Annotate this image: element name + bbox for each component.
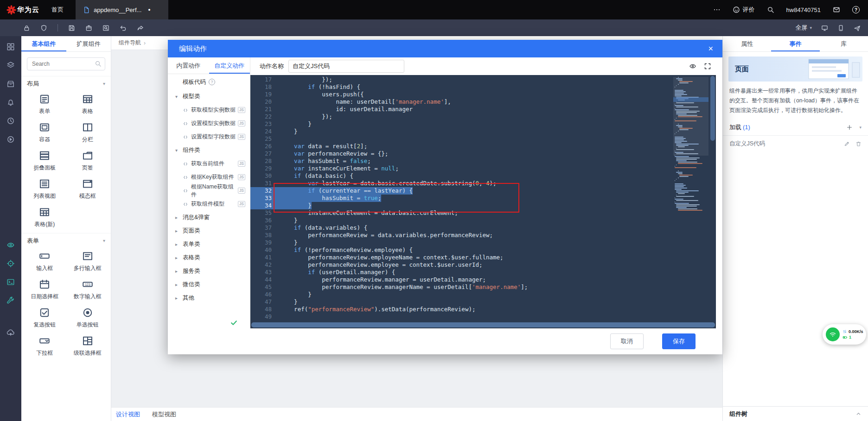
tree-action-item[interactable]: 根据Name获取组件JS: [168, 184, 250, 197]
tab-builtin-actions[interactable]: 内置动作: [168, 57, 209, 74]
nav-home[interactable]: 首页: [51, 6, 64, 14]
tree-action-item[interactable]: 获取当前组件JS: [168, 157, 250, 170]
tab-属性[interactable]: 属性: [723, 36, 771, 51]
tree-group[interactable]: ▾组件类: [168, 144, 250, 157]
tree-action-item[interactable]: 获取组件模型JS: [168, 197, 250, 211]
delete-icon[interactable]: [855, 141, 862, 147]
js-badge: JS: [238, 107, 245, 113]
tab-extended-components[interactable]: 扩展组件: [66, 36, 111, 51]
debug-icon[interactable]: [6, 135, 15, 144]
event-handler-row[interactable]: 自定义JS代码: [723, 136, 868, 151]
close-icon[interactable]: ×: [708, 44, 713, 53]
view-tab[interactable]: 模型视图: [152, 410, 176, 419]
undo-icon[interactable]: [120, 25, 127, 31]
section-header[interactable]: 表单▾: [21, 233, 111, 248]
component-item[interactable]: 级联选择框: [66, 333, 109, 357]
component-item[interactable]: 多行输入框: [66, 249, 109, 272]
help-icon[interactable]: ?: [852, 6, 860, 13]
section-header[interactable]: 布局▾: [21, 76, 111, 91]
mail-icon[interactable]: [833, 6, 840, 13]
tab-custom-actions[interactable]: 自定义动作: [209, 57, 250, 74]
tree-group[interactable]: ▾模型类: [168, 90, 250, 103]
search-input[interactable]: [27, 57, 105, 70]
add-event-icon[interactable]: [846, 124, 853, 131]
save-button[interactable]: 保存: [662, 333, 696, 349]
component-item[interactable]: 容器: [23, 120, 66, 144]
component-item[interactable]: 复选按钮: [23, 305, 66, 329]
component-item[interactable]: 123数字输入框: [66, 277, 109, 301]
view-tab[interactable]: 设计视图: [116, 410, 140, 419]
component-item[interactable]: 日期选择框: [23, 277, 66, 301]
history-icon[interactable]: [6, 117, 15, 125]
cloud-upload-icon[interactable]: [6, 328, 15, 336]
question-icon[interactable]: ?: [209, 79, 215, 85]
component-sections: 布局▾表单表格容器分栏折叠面板页签列表视图模态框表格(新)表单▾输入框多行输入框…: [21, 76, 111, 362]
code-line-48: 48 ref("performanceReview").setData(perf…: [250, 306, 671, 313]
tree-group[interactable]: ▸服务类: [168, 264, 250, 278]
vertical-scrollbar[interactable]: [710, 76, 715, 141]
tree-action-item[interactable]: 根据Key获取组件JS: [168, 170, 250, 184]
notification-icon[interactable]: [6, 98, 15, 107]
save-icon[interactable]: [68, 25, 75, 31]
component-item[interactable]: 折叠面板: [23, 148, 66, 172]
protect-icon[interactable]: [40, 25, 47, 31]
layers-icon[interactable]: [6, 61, 15, 69]
tree-action-item[interactable]: 设置模型字段数据JS: [168, 130, 250, 144]
desktop-view-icon[interactable]: [821, 25, 828, 31]
component-item[interactable]: 单选按钮: [66, 305, 109, 329]
forward-icon[interactable]: [137, 25, 144, 31]
cancel-button[interactable]: 取消: [610, 333, 644, 349]
breadcrumb-item[interactable]: 组件导航: [119, 39, 141, 47]
tree-group[interactable]: ▸表格类: [168, 251, 250, 264]
tree-group[interactable]: ▸其他: [168, 291, 250, 305]
editor-minimap[interactable]: [673, 77, 708, 320]
console-icon[interactable]: [6, 278, 15, 286]
fullscreen-dropdown[interactable]: 全屏 ▾: [795, 24, 812, 32]
edit-icon[interactable]: [844, 141, 850, 147]
code-editor[interactable]: 17 });18 if (!hasFind) {19 users.push({2…: [250, 75, 716, 328]
document-tab[interactable]: appdemo__Perf... ●: [76, 0, 168, 19]
components-icon[interactable]: [6, 43, 15, 51]
tree-group[interactable]: ▸页面类: [168, 224, 250, 238]
search-icon[interactable]: [767, 6, 774, 13]
fullscreen-expand-icon[interactable]: [704, 63, 711, 70]
tab-basic-components[interactable]: 基本组件: [21, 36, 66, 51]
preview-eye-icon[interactable]: [6, 241, 15, 249]
package-icon[interactable]: [85, 25, 92, 31]
component-item[interactable]: 输入框: [23, 249, 66, 272]
tab-事件[interactable]: 事件: [771, 36, 819, 51]
network-status-widget[interactable]: 0.00K/s 1: [823, 324, 866, 345]
action-name-input[interactable]: [288, 60, 404, 73]
component-item[interactable]: 表单: [23, 92, 66, 115]
chevron-down-icon[interactable]: ▾: [859, 125, 862, 130]
event-group-onload[interactable]: 加载 (1) ▾: [723, 119, 868, 136]
component-tree-bar[interactable]: 组件树: [723, 406, 868, 421]
tab-库[interactable]: 库: [820, 36, 868, 51]
editor-preview-icon[interactable]: [689, 63, 696, 70]
mobile-view-icon[interactable]: [837, 25, 844, 31]
component-item[interactable]: 表格: [66, 92, 109, 115]
tree-group[interactable]: ▸消息&弹窗: [168, 211, 250, 224]
zoom-preview-icon[interactable]: [102, 25, 109, 31]
horizontal-scrollbar[interactable]: [251, 322, 715, 327]
username[interactable]: hw84740751: [786, 6, 821, 13]
chevron-up-icon[interactable]: [855, 411, 862, 417]
more-menu-icon[interactable]: [713, 6, 721, 13]
tree-group[interactable]: ▸微信类: [168, 278, 250, 291]
tree-group[interactable]: ▸表单类: [168, 238, 250, 251]
component-item[interactable]: 页签: [66, 148, 109, 172]
tree-action-item[interactable]: 获取模型实例数据JS: [168, 103, 250, 117]
locate-icon[interactable]: [6, 259, 15, 268]
tree-action-item[interactable]: 设置模型实例数据JS: [168, 117, 250, 130]
component-item[interactable]: 模态框: [66, 176, 109, 200]
component-item[interactable]: 分栏: [66, 120, 109, 144]
component-item[interactable]: 列表视图: [23, 176, 66, 200]
feedback-button[interactable]: 评价: [733, 6, 755, 14]
tools-icon[interactable]: [6, 296, 15, 305]
publish-icon[interactable]: [854, 25, 861, 31]
component-item[interactable]: 下拉框: [23, 333, 66, 357]
lock-icon[interactable]: [23, 25, 30, 31]
template-code-item[interactable]: 模板代码 ?: [168, 74, 250, 90]
archive-icon[interactable]: [6, 80, 15, 88]
component-item[interactable]: 表格(新): [23, 205, 66, 228]
